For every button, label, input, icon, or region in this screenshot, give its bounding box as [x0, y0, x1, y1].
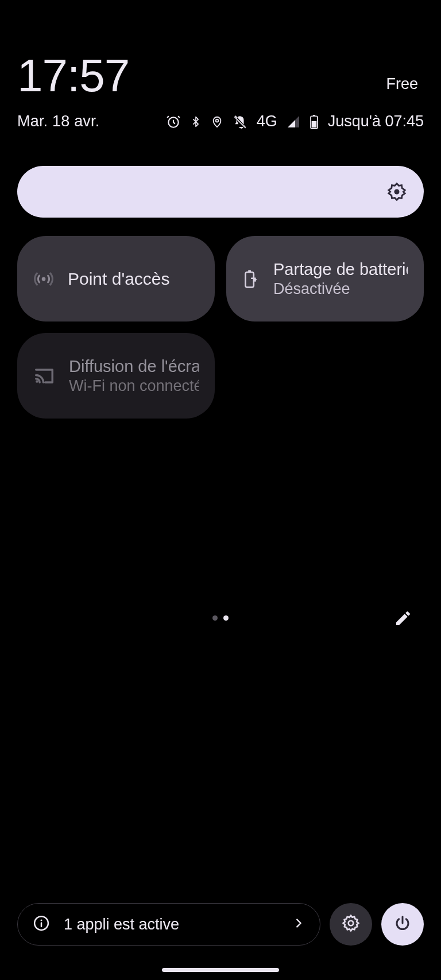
- svg-point-12: [349, 921, 354, 926]
- tile-subtitle: Wi-Fi non connecté: [69, 377, 199, 395]
- bluetooth-icon: [190, 114, 202, 129]
- clock-time: 17:57: [17, 53, 129, 99]
- settings-button[interactable]: [330, 903, 372, 946]
- brightness-icon: [387, 182, 407, 202]
- tile-title: Point d'accès: [68, 269, 199, 289]
- tile-title: Diffusion de l'écran: [69, 357, 199, 376]
- cast-icon: [33, 367, 55, 385]
- tile-cast[interactable]: Diffusion de l'écran Wi-Fi non connecté: [17, 333, 215, 419]
- gesture-nav-bar[interactable]: [162, 968, 279, 972]
- tile-subtitle: Désactivée: [273, 280, 408, 298]
- page-indicator-row: [0, 615, 441, 621]
- battery-share-icon: [242, 269, 260, 289]
- qs-header: 17:57 Free Mar. 18 avr.: [17, 0, 424, 130]
- svg-rect-8: [248, 270, 251, 272]
- date-label: Mar. 18 avr.: [17, 113, 99, 130]
- svg-rect-7: [245, 272, 253, 287]
- svg-rect-3: [313, 115, 315, 117]
- power-button[interactable]: [381, 903, 424, 946]
- dnd-mute-icon: [233, 114, 247, 129]
- svg-rect-4: [311, 121, 316, 127]
- network-type-label: 4G: [257, 113, 277, 130]
- carrier-label: Free: [386, 75, 418, 93]
- info-icon: [33, 915, 50, 934]
- location-icon: [211, 114, 223, 129]
- page-dot-active: [223, 615, 229, 621]
- svg-point-9: [36, 380, 38, 382]
- gear-icon: [342, 914, 360, 935]
- edit-tiles-button[interactable]: [392, 607, 415, 630]
- active-apps-chip[interactable]: 1 appli est active: [17, 903, 320, 946]
- svg-point-6: [42, 277, 46, 281]
- svg-point-11: [41, 920, 42, 921]
- svg-point-5: [394, 189, 399, 194]
- battery-icon: [310, 114, 319, 129]
- battery-until-label: Jusqu'à 07:45: [328, 113, 424, 130]
- alarm-icon: [166, 114, 181, 129]
- tile-battery-share[interactable]: Partage de batterie Désactivée: [226, 236, 424, 321]
- page-dot: [212, 615, 218, 621]
- tile-hotspot[interactable]: Point d'accès: [17, 236, 215, 321]
- active-apps-label: 1 appli est active: [64, 916, 278, 933]
- signal-icon: [287, 115, 300, 129]
- tile-title: Partage de batterie: [273, 260, 408, 279]
- hotspot-icon: [33, 269, 54, 289]
- qs-footer: 1 appli est active: [17, 903, 424, 946]
- quick-settings-panel: 17:57 Free Mar. 18 avr.: [0, 0, 441, 980]
- status-icons: 4G Jusqu'à 07:45: [166, 113, 424, 130]
- svg-point-1: [215, 119, 218, 122]
- qs-tiles: Point d'accès Partage de batterie Désact…: [17, 236, 424, 419]
- page-dots: [212, 615, 229, 621]
- chevron-right-icon: [292, 917, 305, 932]
- power-icon: [394, 915, 411, 934]
- brightness-slider[interactable]: [17, 166, 424, 218]
